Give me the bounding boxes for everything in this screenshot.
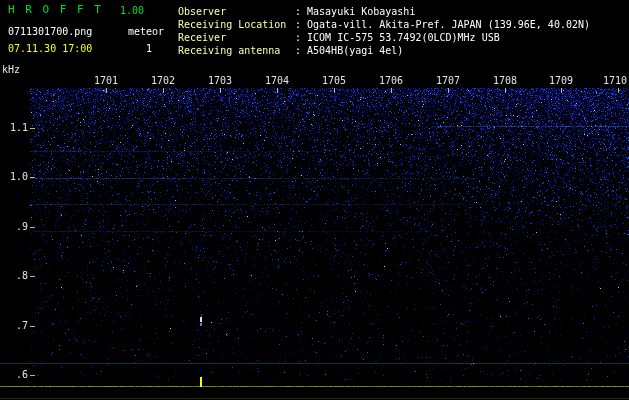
info-value: : A504HB(yagi 4el) — [295, 44, 403, 57]
info-label: Observer — [178, 5, 295, 18]
meteor-count-value: 1 — [146, 43, 152, 55]
station-info: Observer : Masayuki Kobayashi Receiving … — [178, 5, 590, 57]
output-filename: 0711301700.png — [8, 26, 92, 38]
info-label: Receiving antenna — [178, 44, 295, 57]
timestamp: 07.11.30 17:00 — [8, 43, 92, 55]
info-label: Receiver — [178, 31, 295, 44]
info-row-observer: Observer : Masayuki Kobayashi — [178, 5, 590, 18]
info-value: : Masayuki Kobayashi — [295, 5, 415, 18]
app-version: 1.00 — [120, 5, 144, 17]
meteor-count-label: meteor — [128, 26, 164, 38]
app-title: H R O F F T — [8, 4, 103, 16]
info-label: Receiving Location — [178, 18, 295, 31]
spectrogram-canvas — [0, 0, 629, 400]
info-value: : Ogata-vill. Akita-Pref. JAPAN (139.96E… — [295, 18, 590, 31]
info-row-antenna: Receiving antenna : A504HB(yagi 4el) — [178, 44, 590, 57]
hrofft-output-window: kHz1701170217031704170517061707170817091… — [0, 0, 629, 400]
info-value: : ICOM IC-575 53.7492(0LCD)MHz USB — [295, 31, 500, 44]
info-row-location: Receiving Location : Ogata-vill. Akita-P… — [178, 18, 590, 31]
info-row-receiver: Receiver : ICOM IC-575 53.7492(0LCD)MHz … — [178, 31, 590, 44]
